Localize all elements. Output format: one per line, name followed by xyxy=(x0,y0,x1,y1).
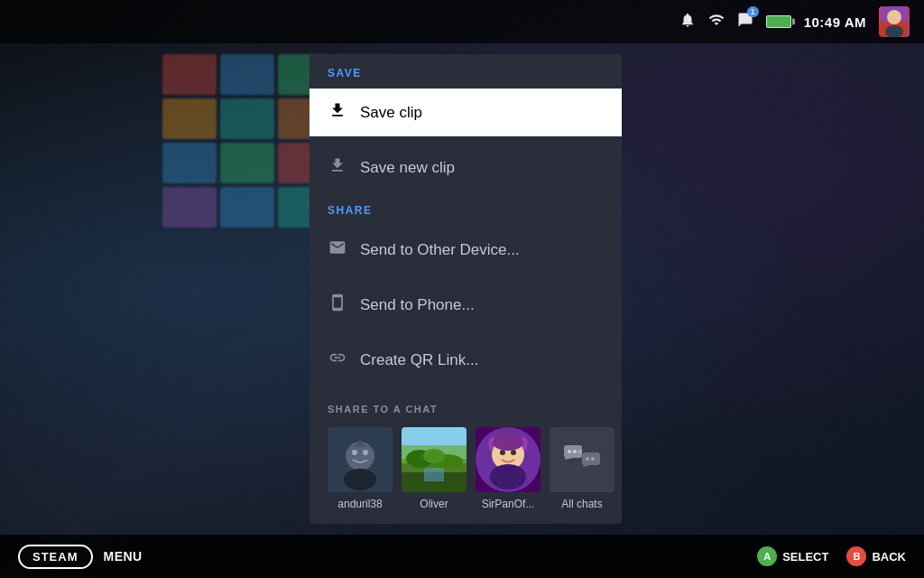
signal-icon xyxy=(708,12,725,32)
svg-point-8 xyxy=(363,450,368,455)
svg-point-29 xyxy=(573,450,577,453)
topbar-icons: 1 10:49 AM xyxy=(679,6,910,37)
save-clip-label: Save clip xyxy=(360,104,422,122)
svg-point-31 xyxy=(586,457,589,461)
chat-icon[interactable]: 1 xyxy=(737,12,753,32)
chat-name-sirpan: SirPanOf... xyxy=(482,498,535,510)
back-label: BACK xyxy=(872,550,906,564)
menu-panel: SAVE Save clip Save new clip SHARE Send … xyxy=(310,54,622,524)
save-section-header: SAVE xyxy=(310,54,622,89)
a-button[interactable]: A xyxy=(757,546,777,566)
b-button[interactable]: B xyxy=(846,546,866,566)
svg-point-25 xyxy=(492,433,524,451)
create-qr-item[interactable]: Create QR Link... xyxy=(310,336,622,384)
share-section-header: SHARE xyxy=(310,191,622,226)
chat-item-oliver[interactable]: Oliver xyxy=(402,427,467,510)
send-device-label: Send to Other Device... xyxy=(360,241,520,259)
topbar-time: 10:49 AM xyxy=(804,14,866,30)
svg-rect-18 xyxy=(424,468,444,481)
chat-name-anduril: anduril38 xyxy=(337,498,382,510)
save-new-clip-item[interactable]: Save new clip xyxy=(310,144,622,191)
share-chat-header: SHARE TO A CHAT xyxy=(328,404,604,415)
svg-point-2 xyxy=(887,10,901,24)
select-control: A SELECT xyxy=(757,546,828,566)
select-label: SELECT xyxy=(782,550,828,564)
menu-label: MENU xyxy=(104,549,143,564)
chat-name-allchats: All chats xyxy=(561,498,602,510)
send-other-device-item[interactable]: Send to Other Device... xyxy=(310,226,622,274)
chat-avatars-row: anduril38 xyxy=(328,427,604,510)
avatar-sirpan xyxy=(476,427,541,492)
chat-item-anduril[interactable]: anduril38 xyxy=(328,427,393,510)
send-device-icon xyxy=(328,238,347,261)
svg-point-32 xyxy=(591,457,595,461)
chat-item-sirpan[interactable]: SirPanOf... xyxy=(476,427,541,510)
svg-point-7 xyxy=(352,450,357,455)
send-phone-icon xyxy=(328,294,347,316)
svg-point-30 xyxy=(578,450,582,453)
back-control: B BACK xyxy=(846,546,906,566)
steam-button[interactable]: STEAM xyxy=(18,545,93,569)
avatar-oliver xyxy=(402,427,467,492)
svg-point-22 xyxy=(500,450,505,455)
avatar-anduril xyxy=(328,427,393,492)
save-clip-icon xyxy=(328,101,347,124)
chat-badge: 1 xyxy=(747,6,759,17)
chat-name-oliver: Oliver xyxy=(420,498,448,510)
svg-point-28 xyxy=(568,450,571,453)
avatar-allchats xyxy=(550,427,614,492)
qr-link-icon xyxy=(328,349,347,371)
save-clip-item[interactable]: Save clip xyxy=(310,89,622,136)
share-chat-section: SHARE TO A CHAT anduril38 xyxy=(310,391,622,524)
svg-point-23 xyxy=(511,450,516,455)
create-qr-label: Create QR Link... xyxy=(360,351,478,369)
send-phone-label: Send to Phone... xyxy=(360,296,475,314)
user-avatar[interactable] xyxy=(879,6,910,37)
svg-point-17 xyxy=(423,449,445,463)
save-new-clip-label: Save new clip xyxy=(360,159,455,177)
bottombar-controls: A SELECT B BACK xyxy=(757,546,906,566)
topbar: 1 10:49 AM xyxy=(0,0,924,43)
svg-point-6 xyxy=(344,469,376,490)
save-new-clip-icon xyxy=(328,156,347,179)
bottombar: STEAM MENU A SELECT B BACK xyxy=(0,535,924,578)
battery-icon xyxy=(766,15,791,28)
notification-icon[interactable] xyxy=(679,12,696,32)
svg-point-24 xyxy=(490,464,526,489)
send-phone-item[interactable]: Send to Phone... xyxy=(310,281,622,329)
chat-item-allchats[interactable]: All chats xyxy=(550,427,614,510)
